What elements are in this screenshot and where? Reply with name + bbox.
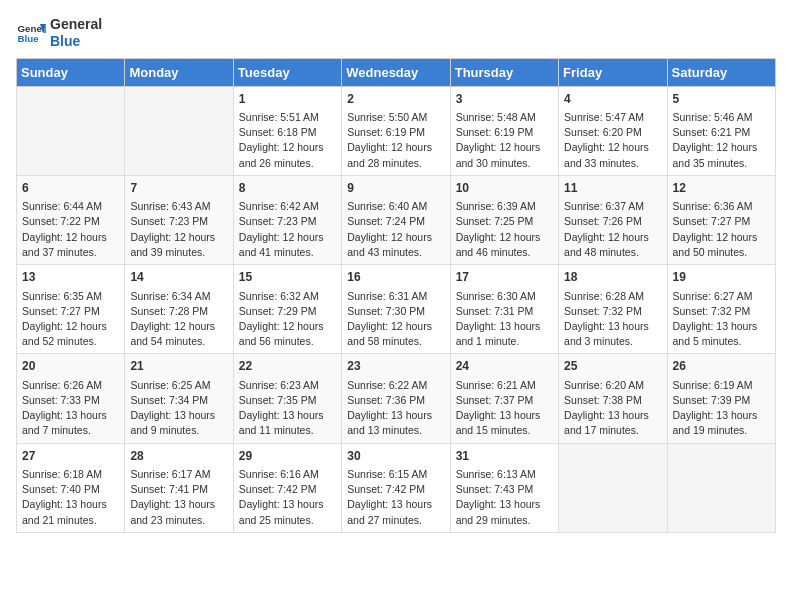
day-info: Daylight: 12 hours and 58 minutes. (347, 319, 444, 349)
day-info: Sunrise: 6:22 AM (347, 378, 444, 393)
day-info: Sunset: 7:42 PM (347, 482, 444, 497)
week-row-4: 20Sunrise: 6:26 AMSunset: 7:33 PMDayligh… (17, 354, 776, 443)
day-number: 15 (239, 269, 336, 286)
day-info: Sunrise: 6:36 AM (673, 199, 770, 214)
day-info: Daylight: 12 hours and 26 minutes. (239, 140, 336, 170)
logo-blue: Blue (50, 33, 102, 50)
day-cell: 10Sunrise: 6:39 AMSunset: 7:25 PMDayligh… (450, 175, 558, 264)
header-row: SundayMondayTuesdayWednesdayThursdayFrid… (17, 58, 776, 86)
day-info: Sunset: 7:38 PM (564, 393, 661, 408)
day-info: Sunrise: 6:43 AM (130, 199, 227, 214)
day-cell: 4Sunrise: 5:47 AMSunset: 6:20 PMDaylight… (559, 86, 667, 175)
day-info: Sunrise: 6:30 AM (456, 289, 553, 304)
day-cell: 19Sunrise: 6:27 AMSunset: 7:32 PMDayligh… (667, 265, 775, 354)
day-info: Sunrise: 6:44 AM (22, 199, 119, 214)
svg-text:Blue: Blue (18, 33, 40, 44)
day-info: Sunrise: 6:23 AM (239, 378, 336, 393)
day-info: Daylight: 12 hours and 30 minutes. (456, 140, 553, 170)
day-info: Daylight: 13 hours and 9 minutes. (130, 408, 227, 438)
day-info: Daylight: 13 hours and 23 minutes. (130, 497, 227, 527)
day-info: Daylight: 12 hours and 54 minutes. (130, 319, 227, 349)
day-number: 13 (22, 269, 119, 286)
day-info: Daylight: 13 hours and 13 minutes. (347, 408, 444, 438)
day-info: Sunset: 6:21 PM (673, 125, 770, 140)
day-info: Daylight: 13 hours and 5 minutes. (673, 319, 770, 349)
day-number: 20 (22, 358, 119, 375)
day-info: Daylight: 12 hours and 35 minutes. (673, 140, 770, 170)
day-info: Daylight: 13 hours and 11 minutes. (239, 408, 336, 438)
day-info: Sunset: 7:25 PM (456, 214, 553, 229)
day-info: Sunrise: 6:15 AM (347, 467, 444, 482)
day-number: 12 (673, 180, 770, 197)
day-number: 31 (456, 448, 553, 465)
day-cell: 6Sunrise: 6:44 AMSunset: 7:22 PMDaylight… (17, 175, 125, 264)
day-number: 19 (673, 269, 770, 286)
col-header-thursday: Thursday (450, 58, 558, 86)
day-cell (559, 443, 667, 532)
day-info: Daylight: 12 hours and 50 minutes. (673, 230, 770, 260)
col-header-monday: Monday (125, 58, 233, 86)
day-cell: 28Sunrise: 6:17 AMSunset: 7:41 PMDayligh… (125, 443, 233, 532)
day-info: Sunset: 7:30 PM (347, 304, 444, 319)
day-info: Sunset: 6:18 PM (239, 125, 336, 140)
day-info: Sunset: 7:40 PM (22, 482, 119, 497)
day-info: Sunrise: 6:34 AM (130, 289, 227, 304)
day-info: Sunrise: 5:51 AM (239, 110, 336, 125)
day-cell: 9Sunrise: 6:40 AMSunset: 7:24 PMDaylight… (342, 175, 450, 264)
day-cell: 20Sunrise: 6:26 AMSunset: 7:33 PMDayligh… (17, 354, 125, 443)
day-cell: 1Sunrise: 5:51 AMSunset: 6:18 PMDaylight… (233, 86, 341, 175)
day-cell: 23Sunrise: 6:22 AMSunset: 7:36 PMDayligh… (342, 354, 450, 443)
day-cell: 29Sunrise: 6:16 AMSunset: 7:42 PMDayligh… (233, 443, 341, 532)
day-number: 10 (456, 180, 553, 197)
day-cell: 18Sunrise: 6:28 AMSunset: 7:32 PMDayligh… (559, 265, 667, 354)
day-info: Daylight: 13 hours and 17 minutes. (564, 408, 661, 438)
logo-icon: General Blue (16, 18, 46, 48)
day-number: 7 (130, 180, 227, 197)
col-header-sunday: Sunday (17, 58, 125, 86)
day-cell: 27Sunrise: 6:18 AMSunset: 7:40 PMDayligh… (17, 443, 125, 532)
day-number: 5 (673, 91, 770, 108)
day-info: Sunrise: 6:35 AM (22, 289, 119, 304)
day-info: Sunrise: 5:48 AM (456, 110, 553, 125)
day-cell: 15Sunrise: 6:32 AMSunset: 7:29 PMDayligh… (233, 265, 341, 354)
day-cell: 31Sunrise: 6:13 AMSunset: 7:43 PMDayligh… (450, 443, 558, 532)
day-info: Sunrise: 6:37 AM (564, 199, 661, 214)
day-number: 22 (239, 358, 336, 375)
day-number: 23 (347, 358, 444, 375)
day-cell: 13Sunrise: 6:35 AMSunset: 7:27 PMDayligh… (17, 265, 125, 354)
day-info: Daylight: 13 hours and 3 minutes. (564, 319, 661, 349)
day-info: Sunrise: 6:32 AM (239, 289, 336, 304)
col-header-wednesday: Wednesday (342, 58, 450, 86)
day-info: Sunrise: 6:27 AM (673, 289, 770, 304)
day-info: Daylight: 13 hours and 7 minutes. (22, 408, 119, 438)
day-info: Sunset: 6:20 PM (564, 125, 661, 140)
day-info: Sunset: 6:19 PM (347, 125, 444, 140)
day-info: Daylight: 12 hours and 48 minutes. (564, 230, 661, 260)
day-number: 14 (130, 269, 227, 286)
day-info: Sunrise: 6:17 AM (130, 467, 227, 482)
day-number: 27 (22, 448, 119, 465)
day-info: Sunrise: 6:40 AM (347, 199, 444, 214)
day-cell: 30Sunrise: 6:15 AMSunset: 7:42 PMDayligh… (342, 443, 450, 532)
day-info: Daylight: 12 hours and 41 minutes. (239, 230, 336, 260)
day-cell (667, 443, 775, 532)
day-info: Sunrise: 6:18 AM (22, 467, 119, 482)
day-cell: 26Sunrise: 6:19 AMSunset: 7:39 PMDayligh… (667, 354, 775, 443)
day-number: 3 (456, 91, 553, 108)
day-info: Sunset: 7:39 PM (673, 393, 770, 408)
day-number: 9 (347, 180, 444, 197)
day-info: Daylight: 12 hours and 52 minutes. (22, 319, 119, 349)
day-info: Sunset: 7:23 PM (239, 214, 336, 229)
logo-general: General (50, 16, 102, 33)
day-cell: 11Sunrise: 6:37 AMSunset: 7:26 PMDayligh… (559, 175, 667, 264)
day-info: Sunset: 7:22 PM (22, 214, 119, 229)
day-info: Sunrise: 6:20 AM (564, 378, 661, 393)
day-info: Sunset: 7:37 PM (456, 393, 553, 408)
day-info: Sunset: 7:27 PM (22, 304, 119, 319)
day-cell: 21Sunrise: 6:25 AMSunset: 7:34 PMDayligh… (125, 354, 233, 443)
day-info: Daylight: 12 hours and 43 minutes. (347, 230, 444, 260)
day-number: 11 (564, 180, 661, 197)
day-info: Daylight: 12 hours and 39 minutes. (130, 230, 227, 260)
day-info: Sunrise: 6:21 AM (456, 378, 553, 393)
day-info: Sunset: 7:28 PM (130, 304, 227, 319)
